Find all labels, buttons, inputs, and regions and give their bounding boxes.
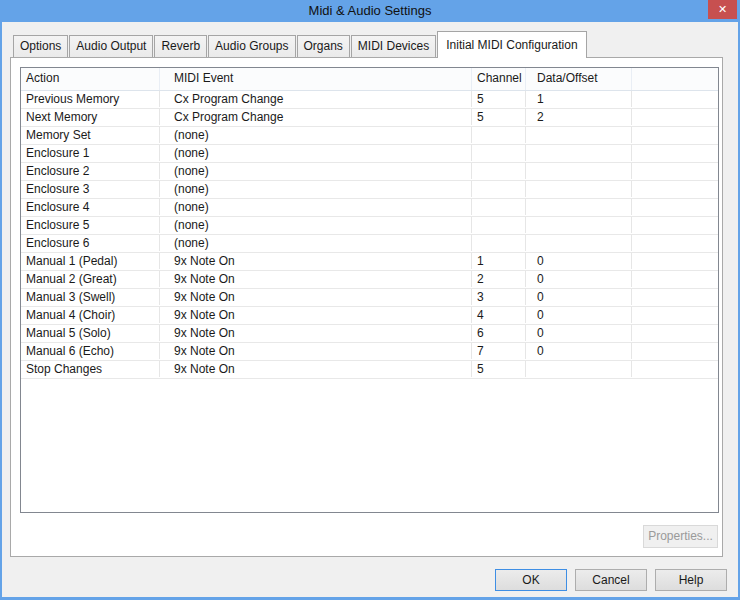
table-cell: Previous Memory	[21, 91, 160, 107]
table-cell: 9x Note On	[160, 289, 472, 305]
table-cell: Enclosure 6	[21, 235, 160, 251]
table-cell: Next Memory	[21, 109, 160, 125]
table-cell: Cx Program Change	[160, 91, 472, 107]
table-cell: 7	[472, 343, 526, 359]
close-button[interactable]: ✕	[708, 0, 737, 19]
table-cell: 5	[472, 91, 526, 107]
table-cell	[472, 199, 526, 215]
table-row[interactable]: Next MemoryCx Program Change52	[21, 109, 718, 127]
table-cell: 0	[526, 325, 632, 341]
table-row[interactable]: Manual 3 (Swell)9x Note On30	[21, 289, 718, 307]
table-row[interactable]: Memory Set(none)	[21, 127, 718, 145]
table-row[interactable]: Enclosure 3(none)	[21, 181, 718, 199]
table-cell: 2	[526, 109, 632, 125]
tab-audio-output[interactable]: Audio Output	[69, 35, 153, 57]
table-row[interactable]: Previous MemoryCx Program Change51	[21, 91, 718, 109]
table-cell: (none)	[160, 145, 472, 161]
tab-midi-devices[interactable]: MIDI Devices	[351, 35, 436, 57]
table-cell	[526, 361, 632, 377]
table-row[interactable]: Enclosure 6(none)	[21, 235, 718, 253]
table-cell: 3	[472, 289, 526, 305]
table-cell	[632, 361, 718, 377]
table-cell	[632, 307, 718, 323]
table-cell	[526, 163, 632, 179]
table-cell	[472, 163, 526, 179]
table-cell	[472, 127, 526, 143]
table-row[interactable]: Manual 4 (Choir)9x Note On40	[21, 307, 718, 325]
table-row[interactable]: Manual 6 (Echo)9x Note On70	[21, 343, 718, 361]
tab-audio-groups[interactable]: Audio Groups	[208, 35, 295, 57]
table-cell: 5	[472, 361, 526, 377]
table-cell: (none)	[160, 127, 472, 143]
column-header-action[interactable]: Action	[21, 68, 160, 90]
table-cell	[472, 217, 526, 233]
table-cell	[526, 199, 632, 215]
table-cell: (none)	[160, 235, 472, 251]
table-cell: Enclosure 4	[21, 199, 160, 215]
table-cell: Manual 1 (Pedal)	[21, 253, 160, 269]
table-cell: 0	[526, 253, 632, 269]
table-cell: Enclosure 5	[21, 217, 160, 233]
table-row[interactable]: Enclosure 5(none)	[21, 217, 718, 235]
help-button[interactable]: Help	[655, 569, 727, 591]
table-cell: 0	[526, 343, 632, 359]
table-cell	[526, 217, 632, 233]
table-cell: Stop Changes	[21, 361, 160, 377]
table-cell: Manual 4 (Choir)	[21, 307, 160, 323]
table-cell	[526, 181, 632, 197]
table-cell: 0	[526, 271, 632, 287]
table-row[interactable]: Enclosure 1(none)	[21, 145, 718, 163]
column-header-midi-event[interactable]: MIDI Event	[160, 68, 472, 90]
table-cell: 9x Note On	[160, 271, 472, 287]
table-cell	[632, 199, 718, 215]
tab-initial-midi-configuration[interactable]: Initial MIDI Configuration	[437, 31, 586, 58]
tab-reverb[interactable]: Reverb	[154, 35, 207, 57]
column-header-data-offset[interactable]: Data/Offset	[526, 68, 632, 90]
tab-strip: OptionsAudio OutputReverbAudio GroupsOrg…	[13, 31, 588, 58]
table-cell	[632, 163, 718, 179]
midi-audio-settings-dialog: Midi & Audio Settings ✕ OptionsAudio Out…	[0, 0, 740, 600]
table-cell	[526, 145, 632, 161]
table-cell	[632, 235, 718, 251]
table-row[interactable]: Manual 1 (Pedal)9x Note On10	[21, 253, 718, 271]
table-cell: Cx Program Change	[160, 109, 472, 125]
table-cell: 2	[472, 271, 526, 287]
close-icon: ✕	[718, 3, 727, 15]
window-title: Midi & Audio Settings	[0, 0, 740, 22]
table-cell	[632, 325, 718, 341]
tab-organs[interactable]: Organs	[297, 35, 350, 57]
table-cell: (none)	[160, 181, 472, 197]
column-header-channel[interactable]: Channel	[472, 68, 526, 90]
table-cell	[526, 127, 632, 143]
table-cell	[632, 127, 718, 143]
table-cell	[472, 145, 526, 161]
titlebar[interactable]: Midi & Audio Settings ✕	[0, 0, 740, 22]
table-row[interactable]: Stop Changes9x Note On5	[21, 361, 718, 379]
table-row[interactable]: Enclosure 2(none)	[21, 163, 718, 181]
table-cell	[632, 343, 718, 359]
table-cell: (none)	[160, 163, 472, 179]
table-cell	[472, 235, 526, 251]
table-cell: 6	[472, 325, 526, 341]
table-cell: 5	[472, 109, 526, 125]
table-cell: 1	[526, 91, 632, 107]
table-cell	[632, 289, 718, 305]
table-cell: (none)	[160, 217, 472, 233]
table-cell: Memory Set	[21, 127, 160, 143]
tab-options[interactable]: Options	[13, 35, 68, 57]
table-cell: Manual 3 (Swell)	[21, 289, 160, 305]
table-cell: 9x Note On	[160, 325, 472, 341]
table-cell: 1	[472, 253, 526, 269]
table-row[interactable]: Manual 5 (Solo)9x Note On60	[21, 325, 718, 343]
ok-button[interactable]: OK	[495, 569, 567, 591]
table-cell: 9x Note On	[160, 307, 472, 323]
table-row[interactable]: Enclosure 4(none)	[21, 199, 718, 217]
table-row[interactable]: Manual 2 (Great)9x Note On20	[21, 271, 718, 289]
column-header-blank[interactable]	[632, 68, 718, 90]
table-cell	[632, 109, 718, 125]
table-cell: Enclosure 1	[21, 145, 160, 161]
properties-button[interactable]: Properties...	[643, 525, 718, 548]
table-cell	[632, 271, 718, 287]
midi-config-table: Action MIDI Event Channel Data/Offset Pr…	[20, 67, 719, 513]
cancel-button[interactable]: Cancel	[575, 569, 647, 591]
